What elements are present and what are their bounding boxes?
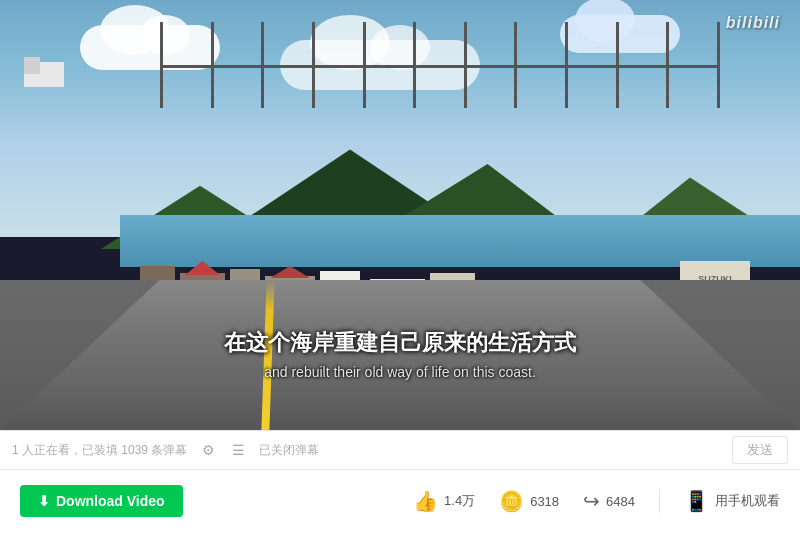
mobile-watch-action[interactable]: 📱 用手机观看 bbox=[684, 489, 780, 513]
rail-posts bbox=[160, 22, 720, 108]
danmaku-list-icon[interactable]: ☰ bbox=[227, 439, 249, 461]
rail-post bbox=[464, 22, 467, 108]
video-frame: SUZUKI bbox=[0, 0, 800, 430]
like-action[interactable]: 👍 1.4万 bbox=[413, 489, 475, 513]
rail-post bbox=[261, 22, 264, 108]
comment-icons: ⚙ ☰ bbox=[197, 439, 249, 461]
coin-icon: 🪙 bbox=[499, 489, 524, 513]
main-container: SUZUKI bbox=[0, 0, 800, 533]
coin-count: 6318 bbox=[530, 494, 559, 509]
truck bbox=[24, 52, 64, 87]
share-icon: ↪ bbox=[583, 489, 600, 513]
bilibili-logo: bilibili bbox=[726, 14, 780, 32]
rail-post bbox=[211, 22, 214, 108]
action-bar: ⬇ Download Video 👍 1.4万 🪙 6318 ↪ 6484 📱 … bbox=[0, 470, 800, 532]
rail-post bbox=[666, 22, 669, 108]
subtitle-area: 在这个海岸重建自己原来的生活方式 and rebuilt their old w… bbox=[0, 329, 800, 380]
danmaku-settings-icon[interactable]: ⚙ bbox=[197, 439, 219, 461]
like-count: 1.4万 bbox=[444, 492, 475, 510]
like-icon: 👍 bbox=[413, 489, 438, 513]
mobile-label: 用手机观看 bbox=[715, 492, 780, 510]
video-player[interactable]: SUZUKI bbox=[0, 0, 800, 430]
mobile-icon: 📱 bbox=[684, 489, 709, 513]
rail-post bbox=[717, 22, 720, 108]
truck-cab bbox=[24, 57, 40, 75]
share-action[interactable]: ↪ 6484 bbox=[583, 489, 635, 513]
rail-post bbox=[565, 22, 568, 108]
coin-action[interactable]: 🪙 6318 bbox=[499, 489, 559, 513]
download-icon: ⬇ bbox=[38, 493, 50, 509]
share-count: 6484 bbox=[606, 494, 635, 509]
send-button[interactable]: 发送 bbox=[732, 436, 788, 464]
danmaku-info: 1 人正在看，已装填 1039 条弹幕 bbox=[12, 442, 187, 459]
subtitle-english: and rebuilt their old way of life on thi… bbox=[0, 364, 800, 380]
subtitle-chinese: 在这个海岸重建自己原来的生活方式 bbox=[0, 329, 800, 358]
rail-post bbox=[363, 22, 366, 108]
action-divider bbox=[659, 489, 660, 513]
rail-post bbox=[413, 22, 416, 108]
rail-post bbox=[514, 22, 517, 108]
rail-post bbox=[160, 22, 163, 108]
comment-bar: 1 人正在看，已装填 1039 条弹幕 ⚙ ☰ 已关闭弹幕 发送 bbox=[0, 430, 800, 470]
guardrail bbox=[160, 22, 720, 108]
danmaku-closed-label: 已关闭弹幕 bbox=[259, 442, 722, 459]
rail-post bbox=[616, 22, 619, 108]
download-button[interactable]: ⬇ Download Video bbox=[20, 485, 183, 517]
rail-post bbox=[312, 22, 315, 108]
download-label: Download Video bbox=[56, 493, 165, 509]
